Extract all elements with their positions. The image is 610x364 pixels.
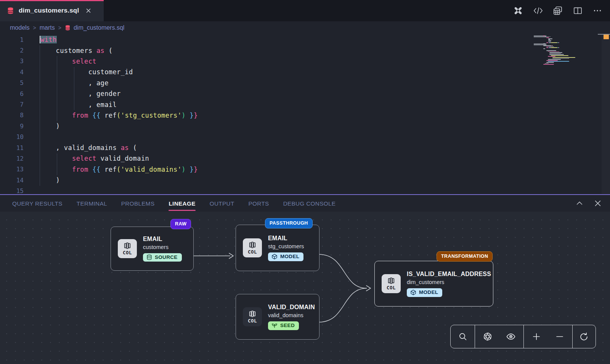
- panel-tab-lineage[interactable]: LINEAGE: [169, 195, 195, 212]
- editor-scrollbar[interactable]: [602, 34, 610, 194]
- resource-badge-source: SOURCE: [143, 253, 182, 262]
- code-text: with: [40, 36, 57, 43]
- lineage-node-dim_customers[interactable]: COLIS_VALID_EMAIL_ADDRESSdim_customersMO…: [374, 261, 493, 307]
- close-icon[interactable]: [86, 8, 91, 13]
- chip-label: COL: [248, 249, 257, 255]
- line-number: 1: [0, 36, 24, 43]
- code-text: , gender: [40, 90, 121, 97]
- split-editor-icon[interactable]: [572, 5, 583, 16]
- columns-icon: [248, 310, 257, 318]
- database-icon: [65, 25, 71, 31]
- collapse-panel-icon[interactable]: [575, 199, 584, 208]
- lineage-node-customers[interactable]: COLEMAILcustomersSOURCE: [111, 227, 194, 271]
- tab-dim-customers-sql[interactable]: dim_customers.sql: [0, 0, 104, 21]
- code-line: 6 , gender: [0, 88, 610, 99]
- code-line: 12 select valid_domain: [0, 153, 610, 164]
- line-number: 15: [0, 187, 24, 194]
- search-icon[interactable]: [452, 325, 474, 348]
- node-subtitle: customers: [143, 244, 169, 250]
- node-title: EMAIL: [143, 236, 162, 243]
- database-icon: [7, 7, 14, 14]
- database-icon: [146, 254, 152, 260]
- close-panel-icon[interactable]: [593, 199, 602, 208]
- panel-tab-ports[interactable]: PORTS: [249, 195, 269, 212]
- lineage-canvas[interactable]: COLEMAILcustomersSOURCECOLEMAILstg_custo…: [0, 212, 610, 364]
- line-number: 5: [0, 79, 24, 86]
- code-line: 3 select: [0, 56, 610, 67]
- refresh-icon[interactable]: [573, 325, 595, 348]
- code-line: 15: [0, 185, 610, 194]
- eye-icon[interactable]: [500, 325, 522, 348]
- chip-label: COL: [248, 318, 257, 324]
- node-title: VALID_DOMAIN: [268, 304, 315, 311]
- code-line: 13 from {{ ref('valid_domains') }}: [0, 164, 610, 175]
- code-text: , valid_domains as (: [40, 144, 137, 152]
- code-line: 1with: [0, 34, 610, 45]
- breadcrumb-segment-marts[interactable]: marts: [40, 24, 55, 31]
- line-number: 7: [0, 101, 24, 108]
- panel-tab-problems[interactable]: PROBLEMS: [121, 195, 155, 212]
- node-title: IS_VALID_EMAIL_ADDRESS: [407, 271, 491, 278]
- code-text: , age: [40, 79, 109, 87]
- columns-icon: [123, 242, 132, 249]
- breadcrumb-separator: >: [58, 25, 61, 31]
- line-number: 14: [0, 177, 24, 184]
- duplicate-tab-icon[interactable]: [552, 5, 563, 16]
- chip-label: COL: [123, 250, 132, 255]
- dbt-extension-icon[interactable]: [512, 5, 524, 16]
- code-line: 14 ): [0, 175, 610, 185]
- app-window: dim_customers.sql: [0, 0, 610, 364]
- panel-tab-query-results[interactable]: QUERY RESULTS: [12, 195, 63, 212]
- titlebar-actions: [512, 0, 603, 21]
- breadcrumb: models > marts > dim_customers.sql: [0, 21, 610, 34]
- zoom-out-icon[interactable]: [549, 325, 570, 348]
- editor-tab-bar: dim_customers.sql: [0, 0, 610, 21]
- node-title: EMAIL: [268, 235, 287, 242]
- minimap[interactable]: [543, 35, 585, 70]
- panel-tab-output[interactable]: OUTPUT: [210, 195, 234, 212]
- code-line: 10: [0, 132, 610, 142]
- code-text: ): [40, 176, 60, 184]
- bottom-panel: QUERY RESULTSTERMINALPROBLEMSLINEAGEOUTP…: [0, 194, 610, 364]
- code-text: select valid_domain: [40, 155, 149, 162]
- lineage-node-valid_domains[interactable]: COLVALID_DOMAINvalid_domainsSEED: [236, 294, 319, 340]
- code-text: , email: [40, 101, 117, 109]
- panel-tab-debug-console[interactable]: DEBUG CONSOLE: [283, 195, 336, 212]
- zoom-in-icon[interactable]: [526, 325, 547, 348]
- code-text: ): [40, 122, 60, 130]
- code-text: customers as (: [40, 47, 112, 54]
- line-number: 6: [0, 90, 24, 97]
- lineage-tag-transformation: TRANSFORMATION: [437, 251, 493, 262]
- line-number: 13: [0, 166, 24, 173]
- resource-label: SEED: [280, 322, 295, 328]
- panel-tab-strip: QUERY RESULTSTERMINALPROBLEMSLINEAGEOUTP…: [0, 195, 610, 212]
- line-number: 9: [0, 123, 24, 130]
- scrollbar-change-marker: [604, 35, 609, 39]
- code-text: customer_id: [40, 68, 133, 76]
- active-tab-accent: [0, 0, 104, 1]
- code-line: 9 ): [0, 121, 610, 131]
- code-text: select: [40, 57, 96, 65]
- line-number: 3: [0, 57, 24, 65]
- code-text: from {{ ref('stg_customers') }}: [40, 112, 198, 119]
- columns-icon: [248, 241, 257, 249]
- more-actions-icon[interactable]: [592, 5, 603, 16]
- code-line: 5 , age: [0, 78, 610, 88]
- node-subtitle: stg_customers: [268, 243, 304, 249]
- resource-badge-seed: SEED: [268, 321, 299, 330]
- breadcrumb-file[interactable]: dim_customers.sql: [65, 24, 124, 31]
- node-subtitle: valid_domains: [268, 312, 303, 318]
- breadcrumb-segment-models[interactable]: models: [10, 24, 30, 31]
- aperture-icon[interactable]: [477, 325, 498, 348]
- code-line: 11 , valid_domains as (: [0, 142, 610, 153]
- lineage-node-stg_customers[interactable]: COLEMAILstg_customersMODEL: [236, 225, 319, 271]
- panel-tab-terminal[interactable]: TERMINAL: [77, 195, 107, 212]
- cube-icon: [410, 289, 416, 295]
- open-code-icon[interactable]: [532, 5, 544, 16]
- seedling-icon: [271, 322, 278, 329]
- column-chip: COL: [382, 274, 401, 293]
- line-number: 12: [0, 155, 24, 162]
- lineage-tag-raw: RAW: [170, 219, 191, 229]
- code-editor[interactable]: 1with2 customers as (3 select4 customer_…: [0, 34, 610, 194]
- column-chip: COL: [243, 238, 262, 257]
